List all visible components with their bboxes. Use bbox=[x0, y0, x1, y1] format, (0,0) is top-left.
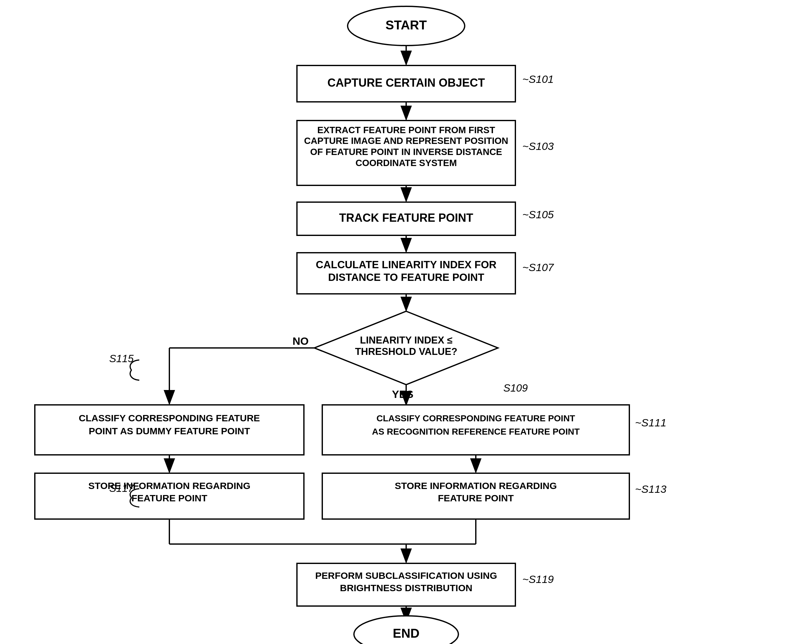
s111-t1: CLASSIFY CORRESPONDING FEATURE POINT bbox=[376, 413, 575, 423]
s117-t2: FEATURE POINT bbox=[131, 493, 207, 503]
s107-step: ~S107 bbox=[522, 261, 554, 273]
s119-t1: PERFORM SUBCLASSIFICATION USING bbox=[315, 570, 497, 581]
s119-t2: BRIGHTNESS DISTRIBUTION bbox=[340, 583, 472, 593]
s103-t4: COORDINATE SYSTEM bbox=[356, 158, 457, 168]
s109-t2: THRESHOLD VALUE? bbox=[355, 346, 457, 357]
no-label: NO bbox=[293, 335, 309, 347]
s107-t1: CALCULATE LINEARITY INDEX FOR bbox=[316, 259, 497, 271]
s103-t2: CAPTURE IMAGE AND REPRESENT POSITION bbox=[304, 136, 508, 146]
s103-step: ~S103 bbox=[522, 140, 554, 152]
s107-t2: DISTANCE TO FEATURE POINT bbox=[328, 271, 484, 283]
s111-t2: AS RECOGNITION REFERENCE FEATURE POINT bbox=[372, 427, 580, 437]
s111-step: ~S111 bbox=[635, 417, 666, 429]
s101-step: ~S101 bbox=[522, 73, 554, 85]
s115-t2: POINT AS DUMMY FEATURE POINT bbox=[89, 426, 250, 436]
s113-step: ~S113 bbox=[635, 483, 666, 495]
s109-step: S109 bbox=[503, 382, 528, 394]
s105-label: TRACK FEATURE POINT bbox=[339, 211, 473, 224]
s103-t1: EXTRACT FEATURE POINT FROM FIRST bbox=[317, 125, 495, 135]
s101-label: CAPTURE CERTAIN OBJECT bbox=[327, 76, 485, 89]
s115-step-label: S115 bbox=[109, 353, 134, 364]
s113-t1: STORE INFORMATION REGARDING bbox=[395, 481, 557, 491]
end-label: END bbox=[393, 626, 420, 640]
s103-t3: OF FEATURE POINT IN INVERSE DISTANCE bbox=[310, 147, 502, 157]
yes-label: YES bbox=[392, 388, 414, 400]
start-label: START bbox=[386, 18, 427, 32]
s113-t2: FEATURE POINT bbox=[438, 493, 513, 503]
flowchart: START CAPTURE CERTAIN OBJECT ~S101 EXTRA… bbox=[0, 0, 812, 644]
s115-t1: CLASSIFY CORRESPONDING FEATURE bbox=[79, 413, 260, 423]
s119-step: ~S119 bbox=[522, 573, 554, 585]
s109-t1: LINEARITY INDEX ≤ bbox=[360, 335, 452, 346]
s105-step: ~S105 bbox=[522, 209, 554, 221]
